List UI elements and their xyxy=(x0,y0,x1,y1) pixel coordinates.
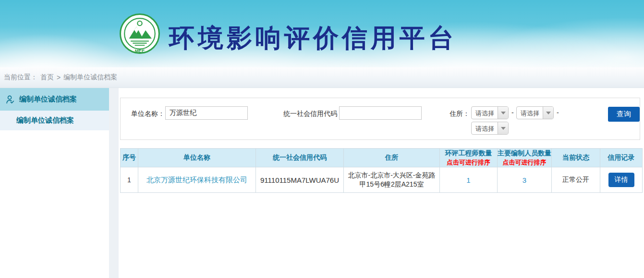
col-header-staff-count: 主要编制人员数量 点击可进行排序 xyxy=(498,149,552,167)
table-header-row: 序号 单位名称 统一社会信用代码 住所 环评工程师数量 点击可进行排序 主要编制… xyxy=(121,149,643,167)
sidebar-item-archive-active[interactable]: 编制单位诚信档案 xyxy=(0,88,109,111)
credit-code-label: 统一社会信用代码： xyxy=(283,110,344,118)
address-dash-2: - xyxy=(557,109,559,116)
engineer-sort-link[interactable]: 点击可进行排序 xyxy=(440,158,497,167)
address-line-2: 甲15号6幢2层A215室 xyxy=(344,180,439,189)
content-area: 编制单位诚信档案 编制单位诚信档案 单位名称： 统一社会信用代码： 住所： 请选… xyxy=(0,88,644,278)
sidebar-item-archive-sub[interactable]: 编制单位诚信档案 xyxy=(0,111,109,130)
results-table: 序号 单位名称 统一社会信用代码 住所 环评工程师数量 点击可进行排序 主要编制… xyxy=(120,148,643,193)
search-form: 单位名称： 统一社会信用代码： 住所： 请选择 - 请选择 - 请选择 xyxy=(120,98,640,140)
district-select-value: 请选择 xyxy=(475,125,494,133)
col-header-credit-record: 信用记录 xyxy=(600,149,643,167)
sidebar-subitem-label: 编制单位诚信档案 xyxy=(16,116,74,125)
col-header-status: 当前状态 xyxy=(552,149,600,167)
col-header-engineer-count-label: 环评工程师数量 xyxy=(445,149,492,157)
unit-name-input[interactable] xyxy=(165,106,248,120)
col-header-credit-code: 统一社会信用代码 xyxy=(256,149,344,167)
chevron-down-icon[interactable] xyxy=(498,107,508,119)
col-header-address: 住所 xyxy=(344,149,440,167)
province-select[interactable]: 请选择 xyxy=(471,106,509,119)
chevron-down-icon[interactable] xyxy=(498,122,508,134)
col-header-index: 序号 xyxy=(121,149,138,167)
breadcrumb-separator: > xyxy=(57,74,61,81)
site-banner: MEE 环境影响评价信用平台 xyxy=(0,0,644,67)
address-line-1: 北京市-北京市-大兴区-金苑路 xyxy=(344,171,439,180)
main-panel: 单位名称： 统一社会信用代码： 住所： 请选择 - 请选择 - 请选择 xyxy=(119,88,644,278)
person-check-icon xyxy=(5,94,15,105)
table-row: 1 北京万源世纪环保科技有限公司 91110115MA7LWUA76U 北京市-… xyxy=(121,167,643,193)
col-header-staff-count-label: 主要编制人员数量 xyxy=(498,149,551,157)
city-select-value: 请选择 xyxy=(521,109,539,118)
address-label: 住所： xyxy=(450,110,470,118)
page: MEE 环境影响评价信用平台 当前位置： 首页 > 编制单位诚信档案 编制单位诚… xyxy=(0,0,644,278)
city-select[interactable]: 请选择 xyxy=(516,106,554,119)
col-header-company: 单位名称 xyxy=(138,149,256,167)
province-select-value: 请选择 xyxy=(475,109,494,118)
address-dash-1: - xyxy=(511,109,514,116)
logo-mee-text: MEE xyxy=(135,48,145,53)
detail-button[interactable]: 详情 xyxy=(608,173,634,187)
district-select[interactable]: 请选择 xyxy=(471,122,509,135)
company-name-link[interactable]: 北京万源世纪环保科技有限公司 xyxy=(146,176,247,184)
col-header-engineer-count: 环评工程师数量 点击可进行排序 xyxy=(440,149,498,167)
site-title: 环境影响评价信用平台 xyxy=(169,21,457,56)
status-text: 正常公开 xyxy=(552,167,600,193)
credit-code-input[interactable] xyxy=(339,106,422,120)
breadcrumb-home-link[interactable]: 首页 xyxy=(40,73,54,82)
breadcrumb-prefix: 当前位置： xyxy=(4,73,37,82)
row-index: 1 xyxy=(121,167,138,193)
unit-name-label: 单位名称： xyxy=(131,110,165,118)
credit-code-value: 91110115MA7LWUA76U xyxy=(256,167,344,193)
sidebar: 编制单位诚信档案 编制单位诚信档案 xyxy=(0,88,109,278)
breadcrumb: 当前位置： 首页 > 编制单位诚信档案 xyxy=(0,67,644,88)
mee-logo-icon: MEE xyxy=(119,13,160,54)
staff-count-link[interactable]: 3 xyxy=(522,176,526,184)
engineer-count-link[interactable]: 1 xyxy=(466,176,470,184)
query-button[interactable]: 查询 xyxy=(608,107,640,122)
sidebar-item-label: 编制单位诚信档案 xyxy=(19,95,77,104)
staff-sort-link[interactable]: 点击可进行排序 xyxy=(498,158,551,167)
chevron-down-icon[interactable] xyxy=(543,107,553,119)
breadcrumb-current: 编制单位诚信档案 xyxy=(63,73,117,82)
